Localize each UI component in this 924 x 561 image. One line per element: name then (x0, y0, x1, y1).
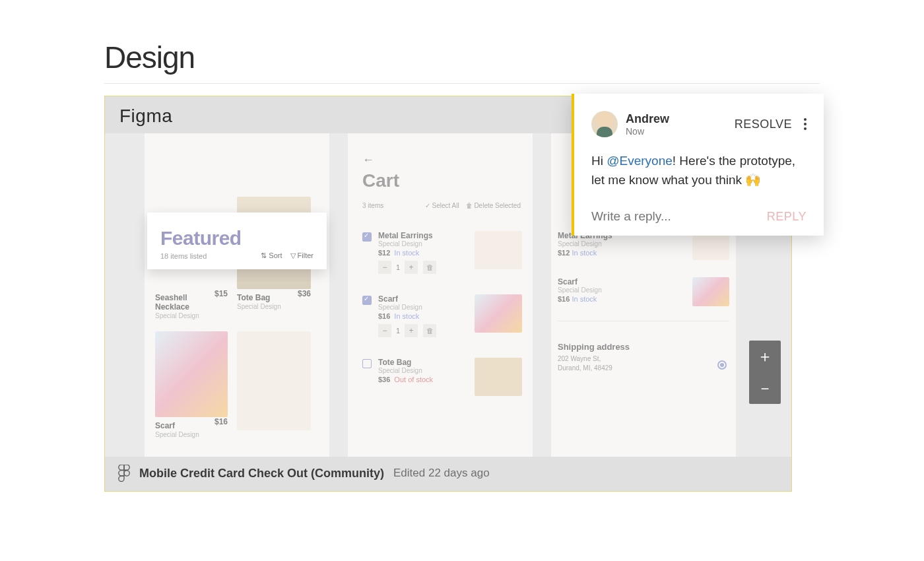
cart-item-thumb (475, 358, 522, 396)
select-all: ✓ Select All (425, 202, 459, 209)
figma-logo-icon (118, 465, 130, 482)
trash-icon: 🗑 (423, 324, 436, 337)
featured-subtitle: 18 items listed (160, 252, 207, 260)
delete-selected: 🗑 Delete Selected (466, 202, 521, 209)
cart-item-name: Scarf (378, 294, 468, 304)
cart-item-sub: Special Design (378, 240, 468, 248)
comment-user-name: Andrew (626, 112, 669, 126)
embed-edit-time: Edited 22 days ago (393, 467, 490, 480)
zoom-out-button[interactable]: － (749, 372, 781, 404)
product-sub: Special Design (155, 431, 199, 438)
product-price: $36 (298, 289, 311, 298)
figma-embed: Figma Tote Bag Special Design $36 (104, 96, 792, 492)
comment-card: Andrew Now RESOLVE Hi @Everyone! Here's … (572, 94, 824, 236)
avatar (591, 111, 618, 137)
cart-item: Tote Bag Special Design $36Out of stock (362, 358, 522, 396)
cart-item-sub: Special Design (378, 304, 468, 311)
summary-price: $12 (558, 249, 570, 257)
product-scarf: Scarf Special Design $16 (155, 331, 228, 438)
featured-title: Featured (160, 227, 314, 249)
comment-timestamp: Now (626, 126, 669, 137)
page-title: Design (104, 40, 820, 75)
summary-thumb (692, 277, 729, 306)
reply-input[interactable] (591, 209, 767, 224)
sort-control: ⇅ Sort (261, 251, 282, 260)
cart-item-name: Metal Earrings (378, 231, 468, 240)
product-seashell: Seashell Necklace Special Design $15 (155, 289, 228, 319)
kebab-menu-icon[interactable] (804, 118, 807, 130)
zoom-in-button[interactable]: ＋ (749, 341, 781, 372)
cart-item-stock: In stock (394, 249, 419, 257)
cart-item-sub: Special Design (378, 367, 468, 374)
qty-value: 1 (391, 263, 405, 271)
cart-count: 3 items (362, 202, 383, 209)
plus-icon: + (405, 261, 418, 274)
summary-stock: In stock (572, 295, 597, 303)
product-sub: Special Design (237, 303, 281, 310)
product-name: Tote Bag (237, 293, 281, 302)
reply-button[interactable]: REPLY (767, 210, 807, 224)
qty-stepper: − 1 + 🗑 (378, 324, 468, 337)
qty-stepper: − 1 + 🗑 (378, 261, 468, 274)
summary-price: $16 (558, 295, 570, 303)
cart-item: Scarf Special Design $16In stock − 1 + 🗑 (362, 294, 522, 337)
cart-item-name: Tote Bag (378, 358, 468, 367)
screen-cart: ← Cart 3 items ✓ Select All 🗑 Delete Sel… (348, 133, 533, 457)
comment-body: Hi @Everyone! Here's the prototype, let … (591, 152, 807, 189)
shipping-line1: 202 Wayne St, (558, 355, 601, 362)
cart-meta: 3 items ✓ Select All 🗑 Delete Selected (362, 202, 521, 209)
product-earrings (237, 331, 311, 430)
plus-icon: + (405, 324, 418, 337)
product-name: Seashell Necklace (155, 293, 201, 312)
checkbox-icon (362, 232, 372, 242)
checkbox-icon (362, 359, 372, 368)
back-icon: ← (362, 153, 374, 167)
resolve-button[interactable]: RESOLVE (735, 117, 792, 131)
product-name: Scarf (155, 421, 199, 430)
cart-item-stock: In stock (394, 312, 419, 320)
filter-control: ▽ Filter (290, 251, 314, 260)
cart-title: Cart (362, 170, 399, 191)
minus-icon: − (378, 324, 391, 337)
summary-name: Scarf (558, 277, 602, 286)
cart-item-stock: Out of stock (394, 376, 433, 383)
cart-item-thumb (475, 294, 522, 333)
shipping-title: Shipping address (558, 342, 729, 352)
svg-point-0 (124, 471, 129, 476)
mention[interactable]: @Everyone (607, 154, 673, 168)
cart-item: Metal Earrings Special Design $12In stoc… (362, 231, 522, 274)
radio-selected-icon (717, 360, 727, 370)
screen-featured: Tote Bag Special Design $36 Seashell Nec… (145, 133, 329, 457)
featured-card: Featured 18 items listed ⇅ Sort ▽ Filter (147, 213, 327, 269)
summary-sub: Special Design (558, 286, 602, 294)
qty-value: 1 (391, 327, 405, 335)
cart-item-thumb (475, 231, 522, 269)
checkbox-icon (362, 296, 372, 305)
product-price: $16 (214, 417, 228, 426)
shipping-block: Shipping address 202 Wayne St, Durand, M… (558, 342, 729, 373)
comment-text: Hi (591, 154, 607, 168)
shipping-line2: Durand, MI, 48429 (558, 364, 612, 372)
summary-stock: In stock (572, 249, 597, 257)
trash-icon: 🗑 (423, 261, 436, 274)
product-price: $15 (214, 289, 228, 298)
cart-item-price: $36 (378, 376, 390, 383)
embed-footer: Mobile Credit Card Check Out (Community)… (105, 457, 791, 491)
minus-icon: − (378, 261, 391, 274)
summary-item: Scarf Special Design $16 In stock (558, 277, 729, 306)
summary-sub: Special Design (558, 240, 612, 248)
embed-file-name: Mobile Credit Card Check Out (Community) (139, 467, 384, 480)
cart-item-price: $16 (378, 312, 390, 320)
cart-item-price: $12 (378, 249, 390, 257)
zoom-controls: ＋ － (749, 341, 781, 404)
product-sub: Special Design (155, 312, 201, 319)
title-divider (104, 83, 820, 84)
